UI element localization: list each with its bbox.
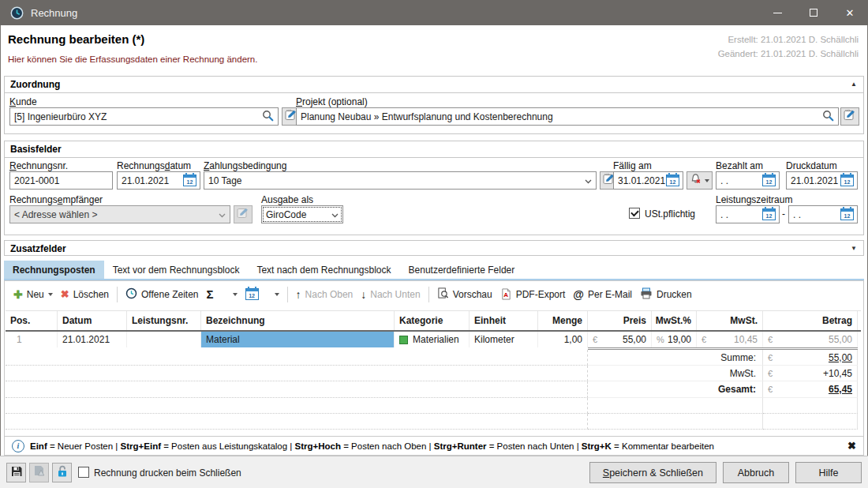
leistungszeitraum-von-field[interactable]: . . 12 [716, 205, 780, 223]
col-mwst[interactable]: MwSt. [697, 311, 763, 330]
cell-bezeichnung-selected[interactable]: Material [201, 332, 395, 347]
mwst-label: MwSt. [588, 366, 763, 381]
cancel-button[interactable]: Abbruch [723, 462, 789, 483]
close-icon: ✕ [846, 7, 855, 19]
invoice-window: Rechnung ✕ Rechnung bearbeiten (*) Hier … [0, 0, 868, 488]
col-mwst-prozent[interactable]: MwSt.% [652, 311, 697, 330]
loeschen-button[interactable]: ✖Löschen [57, 288, 113, 300]
summe-label: Summe: [588, 350, 763, 366]
rechnungsnr-field[interactable]: 2021-0001 [9, 171, 113, 190]
chevron-down-icon [233, 293, 238, 296]
close-button[interactable]: ✕ [832, 0, 868, 25]
leistungszeitraum-bis-field[interactable]: . . 12 [788, 205, 858, 223]
posten-table: Pos. Datum Leistungsnr. Bezeichnung Kate… [6, 310, 861, 430]
calendar-icon[interactable]: 12 [762, 208, 776, 220]
expand-icon[interactable]: ▼ [851, 245, 857, 253]
cell-datum: 21.01.2021 [58, 332, 127, 347]
projekt-field[interactable]: Planung Neubau » Entwurfsplanung und Kos… [296, 107, 839, 126]
created-info: Erstellt: 21.01.2021 D. Schällchli [728, 35, 859, 44]
pdf-export-button[interactable]: APDF-Export [496, 288, 570, 300]
rechnungsdatum-field[interactable]: 21.01.2021 12 [117, 171, 200, 190]
hint-close-icon[interactable]: ✖ [847, 440, 856, 452]
offene-zeiten-button[interactable]: Offene Zeiten [122, 287, 203, 302]
rechnungsempfaenger-label: Rechnungsempfänger [9, 194, 103, 205]
floppy-disk-icon [10, 465, 23, 481]
col-pos[interactable]: Pos. [6, 311, 58, 330]
section-zuordnung: Zuordnung ▲ Kunde [5] Ingenieurbüro XYZ … [4, 76, 864, 134]
col-kategorie[interactable]: Kategorie [395, 311, 470, 330]
col-preis[interactable]: Preis [588, 311, 652, 330]
summary-row-summe: Summe: €55,00 [6, 350, 861, 366]
empty-row [6, 398, 861, 414]
calendar-icon[interactable]: 12 [666, 175, 679, 186]
drucken-button[interactable]: Drucken [636, 287, 696, 302]
maximize-button[interactable] [795, 0, 832, 25]
chevron-down-icon [275, 293, 279, 296]
vorschau-button[interactable]: Vorschau [433, 287, 496, 302]
tab-text-nach-rechnungsblock[interactable]: Text nach dem Rechnungsblock [248, 261, 399, 279]
gesamt-label: Gesamt: [588, 381, 763, 398]
tab-text-vor-rechnungsblock[interactable]: Text vor dem Rechnungsblock [104, 261, 249, 279]
cell-betrag: €55,00 [763, 332, 858, 347]
calendar-icon[interactable]: 12 [840, 208, 854, 220]
save-and-close-button[interactable]: Speichern & Schließen [589, 462, 716, 483]
minimize-icon [773, 13, 782, 13]
faellig-am-label: Fällig am [613, 160, 652, 171]
col-bezeichnung[interactable]: Bezeichnung [201, 311, 395, 330]
save-button[interactable] [6, 463, 26, 482]
search-icon[interactable] [822, 110, 834, 124]
col-leistungsnr[interactable]: Leistungsnr. [127, 311, 201, 330]
rechnungsempfaenger-edit-button [234, 205, 253, 223]
tab-benutzerdefinierte-felder[interactable]: Benutzerdefinierte Felder [400, 261, 524, 279]
table-row[interactable]: 1 21.01.2021 Material Materialien Kilome… [6, 332, 861, 347]
neu-button[interactable]: ✚Neu [9, 288, 57, 301]
copy-warning-button [29, 463, 49, 482]
hint-bar: i Einf = Neuer Posten | Strg+Einf = Post… [5, 436, 863, 455]
projekt-label: Projekt (optional) [296, 96, 368, 107]
print-on-close-checkbox[interactable] [78, 467, 89, 478]
ust-pflichtig-checkbox[interactable] [629, 208, 640, 219]
projekt-edit-button[interactable] [840, 107, 859, 126]
collapse-icon[interactable]: ▲ [851, 81, 857, 88]
calendar-icon[interactable]: 12 [183, 175, 196, 186]
table-header-row: Pos. Datum Leistungsnr. Bezeichnung Kate… [6, 310, 861, 332]
reminder-split-button[interactable] [687, 171, 713, 190]
rechnungsposten-panel: ✚Neu ✖Löschen Offene Zeiten Σ 12 ↑Nach O… [4, 280, 864, 456]
per-email-button[interactable]: @Per E-Mail [569, 288, 636, 301]
empty-row [6, 414, 861, 430]
calendar-icon[interactable]: 12 [840, 175, 854, 186]
category-color-swatch [399, 336, 408, 344]
col-datum[interactable]: Datum [58, 311, 127, 330]
nach-oben-button: ↑Nach Oben [292, 288, 357, 301]
page-title: Rechnung bearbeiten (*) [8, 32, 144, 46]
lock-button[interactable] [52, 463, 72, 482]
tab-rechnungsposten[interactable]: Rechnungsposten [4, 261, 104, 279]
chevron-down-icon [48, 293, 53, 296]
cell-mwst: €10,45 [697, 332, 763, 347]
bezahlt-am-field[interactable]: . . 12 [716, 171, 780, 190]
rechnungsnr-label: Rechnungsnr. [9, 160, 68, 171]
clock-app-icon [10, 6, 24, 20]
ust-pflichtig-label: USt.pflichtig [645, 208, 695, 220]
ausgabe-als-combo[interactable]: GiroCode [261, 205, 343, 223]
calendar-icon[interactable]: 12 [762, 175, 776, 186]
bezahlt-am-label: Bezahlt am [716, 160, 763, 171]
summe-dropdown-button[interactable]: Σ [203, 287, 241, 301]
col-einheit[interactable]: Einheit [470, 311, 538, 330]
rechnungsempfaenger-combo: < Adresse wählen > [9, 205, 230, 223]
druckdatum-field[interactable]: 21.01.2021 12 [786, 171, 858, 190]
tab-bar: Rechnungsposten Text vor dem Rechnungsbl… [4, 261, 523, 279]
delete-x-icon: ✖ [61, 288, 69, 300]
ausgabe-als-label: Ausgabe als [261, 194, 313, 205]
faellig-am-field[interactable]: 31.01.2021 12 [613, 171, 683, 190]
zahlungsbedingung-combo[interactable]: 10 Tage [204, 171, 597, 190]
toolbar-separator [287, 287, 288, 302]
kunde-field[interactable]: [5] Ingenieurbüro XYZ [9, 107, 279, 126]
search-icon[interactable] [262, 110, 274, 124]
kalender-dropdown-button[interactable]: 12 [241, 288, 283, 300]
chevron-down-icon [331, 209, 339, 220]
minimize-button[interactable] [759, 0, 795, 25]
col-menge[interactable]: Menge [538, 311, 588, 330]
col-betrag[interactable]: Betrag [763, 311, 858, 330]
help-button[interactable]: Hilfe [795, 462, 862, 483]
